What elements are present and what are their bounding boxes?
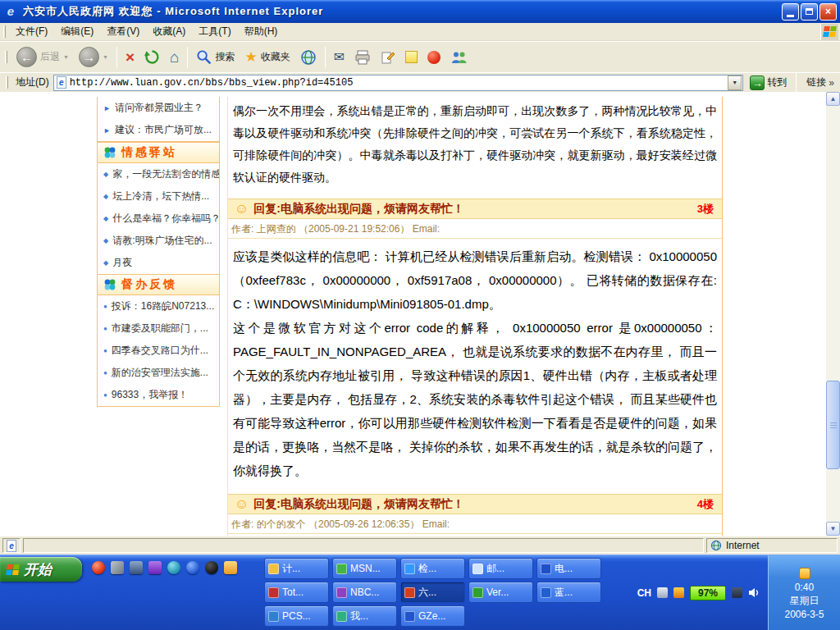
media-player-icon[interactable] [92,561,105,574]
show-desktop-icon[interactable] [111,561,124,574]
taskbar: 开始 计... MSN... 检... 邮... 电... Tot... NBC… [0,555,840,630]
sidebar-link[interactable]: ●96333，我举报！ [98,384,219,406]
sidebar-link[interactable]: ◆月夜 [98,252,219,274]
edit-button[interactable] [377,48,399,66]
ime-icon[interactable] [657,587,668,598]
status-message-segment [23,538,704,553]
task-button[interactable]: Ver... [468,582,533,603]
minimize-button[interactable] [782,3,799,21]
reply-body: 内存条坏了，换一个试试。 [228,534,722,536]
notes-button[interactable] [401,49,422,65]
folder-app-icon[interactable] [224,561,237,574]
task-button[interactable]: 检... [400,558,465,579]
scrollbar-thumb[interactable] [826,381,840,469]
back-button[interactable]: ← 后退 ▼ [12,45,73,69]
qq-quicklaunch-icon[interactable] [205,561,218,574]
favorites-button[interactable]: ★ 收藏夹 [240,48,294,66]
sidebar-link[interactable]: ◆请教:明珠广场住宅的... [98,230,219,252]
task-button[interactable]: GZe... [400,605,465,627]
app-icon [336,611,347,622]
status-zone-segment: Internet [706,538,838,553]
grip-handle[interactable] [5,51,7,63]
media-button[interactable] [296,48,321,67]
ie-page-icon [541,564,551,574]
forward-button[interactable]: → ▼ [75,45,112,69]
start-button[interactable]: 开始 [0,557,82,582]
task-button[interactable]: Tot... [264,582,329,603]
mail-button[interactable]: ✉ [330,49,349,66]
separator [116,47,117,68]
language-indicator[interactable]: CH [637,587,651,599]
task-button[interactable]: 计... [264,558,329,579]
tray-app-icon[interactable] [799,568,810,579]
links-button[interactable]: 链接 » [803,75,838,89]
address-dropdown-button[interactable]: ▼ [728,75,742,90]
task-button[interactable]: 邮... [468,558,533,579]
sidebar-link[interactable]: ◆什么是幸福？你幸福吗？.. [98,208,219,230]
menu-favorites[interactable]: 收藏(A) [146,22,192,41]
clock-panel[interactable]: 0:40 星期日 2006-3-5 [768,555,840,630]
task-button[interactable]: 我... [332,605,397,627]
sidebar-link[interactable]: ●四季春交叉路口为什... [98,340,219,362]
links-label: 链接 [806,75,826,89]
sidebar-link[interactable]: ◆家，一段无法割舍的情感 [98,163,219,185]
restore-button[interactable] [801,3,818,21]
ie-icon: e [3,4,18,19]
media-app-icon[interactable] [148,561,162,574]
address-label: 地址(D) [16,75,49,89]
menu-help[interactable]: 帮助(H) [238,22,285,41]
forum-sidebar: ► 请问帝都景园业主？ ► 建议：市民广场可放... 情感驿站 ◆家，一段无法割… [97,97,220,407]
sidebar-link[interactable]: ●投诉：16路皖N07213... [98,295,219,317]
sidebar-link[interactable]: ◆坛上冷清，坛下热情... [98,185,219,208]
plug-icon[interactable] [732,587,742,598]
ie-toolbar: ← 后退 ▼ → ▼ × ⌂ 搜索 ★ 收藏夹 ✉ [0,41,840,72]
scroll-down-button[interactable]: ▼ [826,522,840,536]
app-icon [268,611,279,622]
vertical-scrollbar[interactable]: ▲ ▼ [826,92,840,536]
address-input[interactable]: e http://www.luan.gov.cn/bbs/bbs_view.ph… [53,75,744,91]
ie-quicklaunch-icon[interactable] [186,561,199,574]
sidebar-link-label: 请问帝都景园业主？ [115,101,203,115]
chevrons-icon: » [829,77,834,89]
player-app-icon[interactable] [167,561,180,574]
volume-icon[interactable] [748,587,760,598]
address-url: http://www.luan.gov.cn/bbs/bbs_view.php?… [70,77,725,89]
ie-page-icon [404,611,415,622]
qq-button[interactable] [423,49,445,66]
search-icon [196,49,212,65]
refresh-icon [144,49,160,65]
app-icon [268,564,279,574]
close-button[interactable]: × [819,3,837,21]
battery-indicator[interactable]: 97% [690,586,726,600]
search-button[interactable]: 搜索 [192,48,239,66]
home-button[interactable]: ⌂ [166,48,183,66]
task-button[interactable]: 蓝... [536,582,601,603]
sidebar-link[interactable]: ●市建委及职能部门，... [98,317,219,340]
bullet-icon: ◆ [103,237,108,244]
grip-handle[interactable] [6,76,8,89]
print-button[interactable] [350,48,375,66]
menu-edit[interactable]: 编辑(E) [54,22,100,41]
stop-button[interactable]: × [121,48,139,66]
separator [325,47,326,68]
sidebar-link[interactable]: ► 请问帝都景园业主？ [98,97,219,119]
task-button[interactable]: 电... [536,558,601,579]
antivirus-icon[interactable] [673,587,684,598]
task-button[interactable]: NBC... [332,582,397,603]
task-button-active[interactable]: 六... [400,582,465,603]
sidebar-link[interactable]: ●新的治安管理法实施... [98,362,219,384]
scroll-up-button[interactable]: ▲ [826,92,840,106]
menu-tools[interactable]: 工具(T) [192,22,237,41]
task-button[interactable]: MSN... [332,558,397,579]
save-app-icon[interactable] [130,561,143,574]
task-button[interactable]: PCS... [264,605,329,627]
grip-handle[interactable] [3,25,6,38]
internet-zone-icon [710,540,722,551]
menu-file[interactable]: 文件(F) [9,22,54,41]
edit-icon [381,50,395,65]
go-button[interactable]: → 转到 [747,75,789,91]
sidebar-link[interactable]: ► 建议：市民广场可放... [98,119,219,142]
refresh-button[interactable] [140,48,164,66]
messenger-button[interactable] [446,48,472,66]
menu-view[interactable]: 查看(V) [100,22,146,41]
